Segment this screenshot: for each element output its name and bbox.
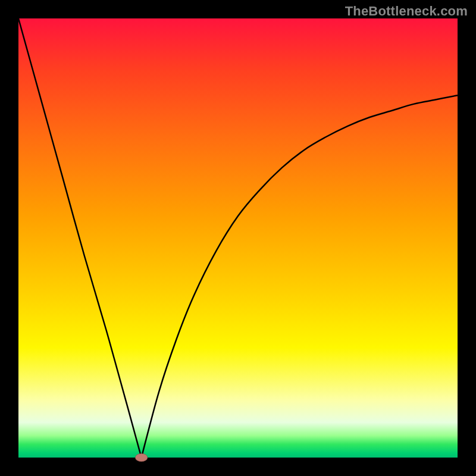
watermark-text: TheBottleneck.com xyxy=(345,4,468,19)
min-marker xyxy=(135,453,148,461)
chart-frame: TheBottleneck.com xyxy=(0,0,476,476)
chart-svg xyxy=(18,18,458,458)
curve-left xyxy=(18,18,142,458)
plot-area xyxy=(18,18,458,458)
curve-right xyxy=(142,95,458,458)
